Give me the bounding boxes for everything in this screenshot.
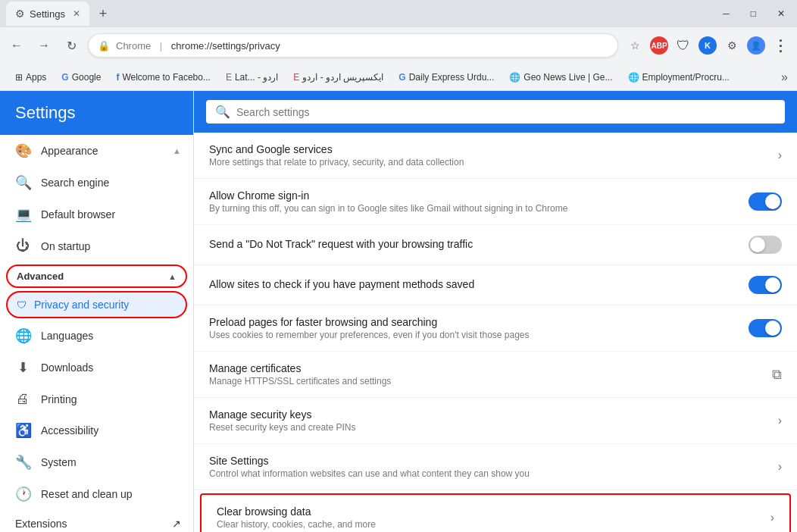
search-input[interactable] [236, 106, 776, 118]
bookmark-geo[interactable]: 🌐 Geo News Live | Ge... [503, 69, 618, 86]
tab-close-button[interactable]: ✕ [73, 8, 80, 19]
bookmark-employment[interactable]: 🌐 Employment/Procru... [622, 69, 736, 86]
sidebar-item-privacy-security[interactable]: 🛡 Privacy and security [6, 291, 187, 318]
bookmark-google[interactable]: G Google [55, 69, 107, 86]
sync-google-row[interactable]: Sync and Google services More settings t… [194, 133, 797, 179]
url-separator: | [157, 40, 165, 52]
active-tab[interactable]: ⚙ Settings ✕ [6, 2, 89, 26]
profile-icon[interactable]: 👤 [747, 36, 765, 55]
preload-pages-toggle[interactable] [749, 319, 782, 337]
bookmark-express[interactable]: E ایکسپریس اردو - اردو [287, 69, 389, 86]
sidebar-item-label: Privacy and security [34, 299, 129, 311]
sidebar-item-label: Search engine [41, 177, 109, 189]
sidebar-item-printing[interactable]: 🖨 Printing [0, 383, 193, 415]
payment-methods-toggle[interactable] [749, 276, 782, 294]
row-desc: Uses cookies to remember your preference… [209, 330, 736, 340]
row-title: Allow Chrome sign-in [209, 189, 736, 202]
chrome-signin-row[interactable]: Allow Chrome sign-in By turning this off… [194, 179, 797, 225]
extensions-label: Extensions [15, 518, 67, 530]
sidebar-item-on-startup[interactable]: ⏻ On startup [0, 230, 193, 261]
url-path: chrome://settings/privacy [171, 40, 280, 52]
shield-ext-icon[interactable]: 🛡 [673, 35, 694, 56]
printing-icon: 🖨 [15, 391, 30, 407]
main-layout: Settings 🎨 Appearance ▲ 🔍 Search engine … [0, 91, 797, 532]
back-button[interactable]: ← [6, 35, 27, 56]
extensions-external-icon: ↗ [172, 518, 181, 530]
lat-icon: E [226, 72, 232, 83]
row-desc: Clear history, cookies, cache, and more [217, 519, 758, 530]
google-icon: G [61, 72, 68, 83]
maximize-button[interactable]: □ [745, 5, 762, 22]
row-title: Send a "Do Not Track" request with your … [209, 238, 736, 250]
row-title: Sync and Google services [209, 143, 766, 155]
search-icon: 🔍 [215, 105, 230, 119]
payment-methods-row[interactable]: Allow sites to check if you have payment… [194, 265, 797, 305]
close-button[interactable]: ✕ [771, 5, 791, 22]
more-menu-icon[interactable]: ⋮ [770, 35, 791, 56]
sidebar-item-languages[interactable]: 🌐 Languages [0, 320, 193, 352]
forward-button[interactable]: → [33, 35, 55, 56]
bookmark-star-icon[interactable]: ☆ [624, 35, 645, 56]
sidebar-item-search-engine[interactable]: 🔍 Search engine [0, 167, 193, 199]
new-tab-button[interactable]: + [92, 3, 114, 24]
sidebar: Settings 🎨 Appearance ▲ 🔍 Search engine … [0, 91, 194, 532]
sidebar-item-downloads[interactable]: ⬇ Downloads [0, 352, 193, 383]
sidebar-item-label: Printing [41, 393, 77, 405]
on-startup-icon: ⏻ [15, 238, 30, 254]
sidebar-item-label: Appearance [41, 145, 98, 157]
adblock-icon[interactable]: ABP [650, 36, 668, 55]
geo-icon: 🌐 [509, 72, 520, 83]
security-keys-row[interactable]: Manage security keys Reset security keys… [194, 398, 797, 444]
row-desc: Reset security keys and create PINs [209, 422, 766, 433]
bookmark-label: Daily Express Urdu... [409, 72, 495, 83]
preload-pages-row[interactable]: Preload pages for faster browsing and se… [194, 305, 797, 352]
security-icon: 🔒 [98, 40, 110, 52]
url-chrome-label: Chrome [116, 40, 151, 52]
toggle-knob [765, 321, 780, 336]
bookmark-label: Employment/Procru... [642, 72, 730, 83]
apps-icon: ⊞ [15, 72, 23, 83]
manage-certs-row[interactable]: Manage certificates Manage HTTPS/SSL cer… [194, 352, 797, 398]
bookmark-label: Geo News Live | Ge... [524, 72, 612, 83]
settings-section: Sync and Google services More settings t… [194, 133, 797, 532]
bookmark-lat[interactable]: E Lat... - اردو [220, 69, 284, 86]
sidebar-item-default-browser[interactable]: 💻 Default browser [0, 199, 193, 230]
k-ext-icon[interactable]: K [699, 36, 717, 55]
search-input-wrap[interactable]: 🔍 [206, 100, 785, 124]
clear-browsing-row[interactable]: Clear browsing data Clear history, cooki… [200, 493, 791, 532]
do-not-track-row[interactable]: Send a "Do Not Track" request with your … [194, 225, 797, 265]
sidebar-item-label: Downloads [41, 361, 93, 374]
sidebar-item-label: Languages [41, 330, 93, 342]
advanced-section[interactable]: Advanced ▲ [6, 264, 187, 288]
bookmark-daily-express[interactable]: G Daily Express Urdu... [392, 69, 500, 86]
sidebar-item-appearance[interactable]: 🎨 Appearance ▲ [0, 135, 193, 167]
refresh-button[interactable]: ↻ [61, 35, 82, 56]
sidebar-item-label: Default browser [41, 208, 115, 221]
default-browser-icon: 💻 [15, 206, 30, 223]
toggle-knob [750, 237, 765, 252]
row-desc: By turning this off, you can sign in to … [209, 203, 736, 214]
bookmark-label: ایکسپریس اردو - اردو [302, 72, 383, 83]
title-bar: ⚙ Settings ✕ + ─ □ ✕ [0, 0, 797, 27]
sidebar-item-reset-clean[interactable]: 🕐 Reset and clean up [0, 478, 193, 510]
extensions-row[interactable]: Extensions ↗ [0, 510, 193, 532]
settings-ext-icon[interactable]: ⚙ [721, 35, 742, 56]
sidebar-item-label: Reset and clean up [41, 488, 133, 500]
chevron-right-icon: › [770, 511, 774, 524]
chrome-signin-toggle[interactable] [749, 192, 782, 211]
sidebar-title: Settings [0, 91, 193, 135]
bookmarks-more-button[interactable]: » [781, 70, 788, 84]
bookmark-facebook[interactable]: f Welcome to Facebo... [110, 69, 217, 86]
row-title: Clear browsing data [217, 505, 758, 518]
sidebar-item-accessibility[interactable]: ♿ Accessibility [0, 415, 193, 446]
url-bar[interactable]: 🔒 Chrome | chrome://settings/privacy [88, 33, 618, 58]
advanced-chevron-icon: ▲ [168, 272, 177, 281]
facebook-icon: f [116, 72, 119, 83]
bookmark-apps[interactable]: ⊞ Apps [9, 69, 52, 86]
row-title: Manage certificates [209, 362, 760, 374]
minimize-button[interactable]: ─ [717, 5, 736, 22]
do-not-track-toggle[interactable] [749, 236, 782, 254]
sidebar-item-system[interactable]: 🔧 System [0, 446, 193, 478]
row-desc: Manage HTTPS/SSL certificates and settin… [209, 376, 760, 386]
site-settings-row[interactable]: Site Settings Control what information w… [194, 444, 797, 490]
